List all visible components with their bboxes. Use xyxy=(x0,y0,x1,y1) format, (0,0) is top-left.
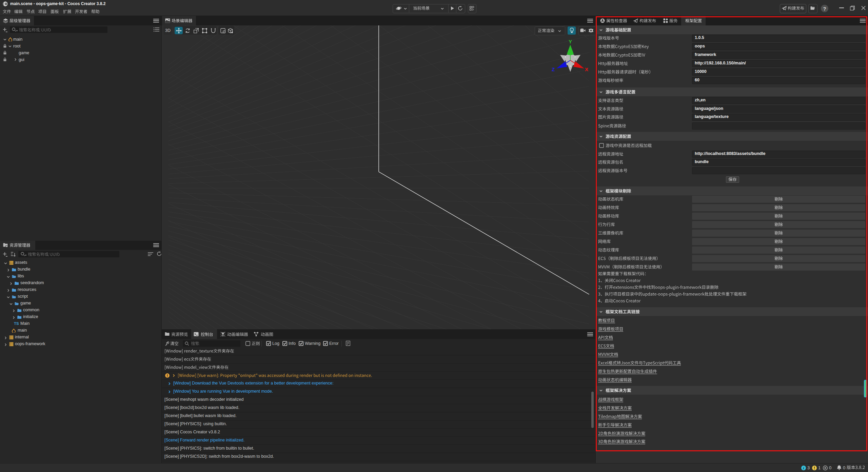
svg-text:Z: Z xyxy=(552,66,555,72)
svg-text:Y: Y xyxy=(569,39,572,44)
svg-text:X: X xyxy=(585,66,588,72)
svg-text:i: i xyxy=(803,466,804,470)
svg-text:?: ? xyxy=(823,6,826,12)
